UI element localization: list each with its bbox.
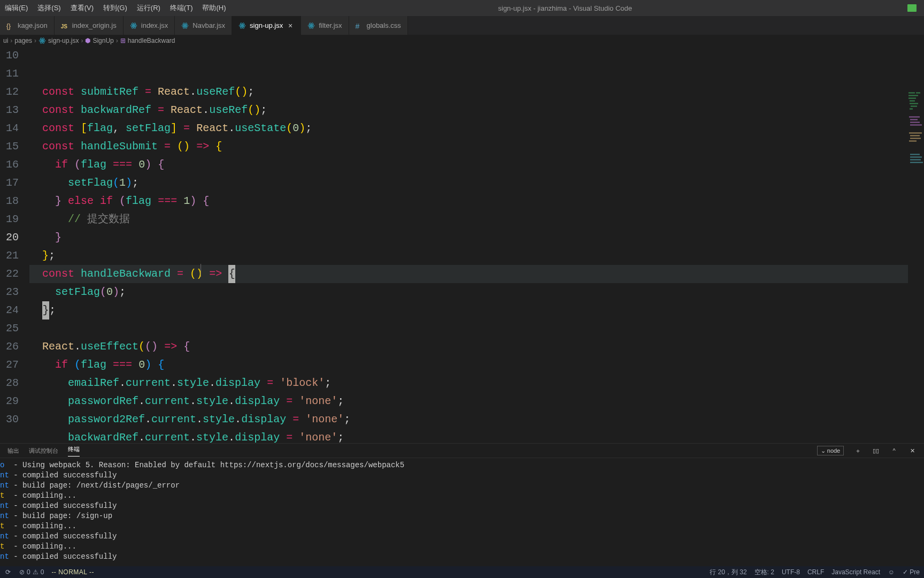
code-line[interactable]: emailRef.current.style.display = 'block'…: [29, 374, 924, 392]
breadcrumb-item[interactable]: SignUp: [93, 37, 113, 44]
code-token: useEffect: [81, 340, 138, 353]
code-line[interactable]: password2Ref.current.style.display = 'no…: [29, 410, 924, 429]
line-number: 19: [0, 210, 19, 229]
feedback-icon[interactable]: ☺: [888, 568, 895, 576]
code-line[interactable]: if (flag === 0) {: [29, 156, 924, 174]
breadcrumb[interactable]: ui›pages›sign-up.jsx›⬢SignUp›⊞handleBack…: [0, 35, 924, 47]
code-line[interactable]: };: [29, 301, 924, 320]
breadcrumb-item[interactable]: ui: [3, 37, 8, 44]
code-area[interactable]: const submitRef = React.useRef(); const …: [29, 47, 924, 443]
vim-mode: -- NORMAL --: [51, 568, 94, 576]
window-max-icon[interactable]: [899, 0, 924, 16]
prettier-indicator[interactable]: ✓ Pre: [903, 568, 920, 576]
svg-rect-21: [908, 93, 915, 94]
language-mode[interactable]: JavaScript React: [831, 568, 880, 576]
breadcrumb-item[interactable]: pages: [14, 37, 32, 44]
close-panel-icon[interactable]: ✕: [908, 446, 917, 455]
tab-index-jsx[interactable]: index.jsx: [124, 16, 175, 35]
code-token: =>: [164, 340, 177, 353]
menu-item[interactable]: 转到(G): [98, 4, 132, 12]
panel-tab-1[interactable]: 调试控制台: [29, 447, 58, 455]
code-token: [196, 195, 203, 207]
code-token: [151, 158, 158, 171]
code-token: if: [55, 158, 68, 171]
react-file-icon: [181, 22, 189, 29]
code-line[interactable]: const handleBackward = () => {: [29, 265, 924, 283]
code-line[interactable]: } else if (flag === 1) {: [29, 192, 924, 210]
code-token: current: [126, 377, 171, 389]
code-token: [106, 158, 113, 171]
code-token: =: [158, 104, 164, 116]
panel-tab-2[interactable]: 终端: [68, 445, 80, 457]
tab-globals-css[interactable]: globals.css: [349, 16, 408, 35]
menu-item[interactable]: 查看(V): [66, 4, 98, 12]
code-line[interactable]: setFlag(0);: [29, 283, 924, 301]
tab-label: filter.jsx: [319, 21, 342, 29]
code-line[interactable]: const [flag, setFlag] = React.useState(0…: [29, 119, 924, 138]
code-line[interactable]: }: [29, 229, 924, 247]
tab-navbar-jsx[interactable]: Navbar.jsx: [175, 16, 232, 35]
code-token: ,: [113, 122, 126, 134]
code-token: (: [248, 104, 254, 116]
code-token: flag: [81, 158, 106, 171]
tab-sign-up-jsx[interactable]: sign-up.jsx×: [232, 16, 301, 35]
code-line[interactable]: if (flag === 0) {: [29, 356, 924, 374]
code-token: =: [145, 86, 151, 98]
code-token: .: [228, 395, 235, 407]
code-token: .: [190, 395, 196, 407]
code-token: ;: [337, 431, 344, 443]
window-title: sign-up.jsx - jianzhima - Visual Studio …: [231, 4, 899, 12]
code-line[interactable]: React.useEffect(() => {: [29, 338, 924, 356]
maximize-panel-icon[interactable]: ^: [890, 446, 898, 455]
tab-filter-jsx[interactable]: filter.jsx: [301, 16, 349, 35]
code-line[interactable]: setFlag(1);: [29, 174, 924, 192]
tab-index-origin-js[interactable]: index_origin.js: [55, 16, 124, 35]
code-line[interactable]: const handleSubmit = () => {: [29, 138, 924, 156]
menu-item[interactable]: 终端(T): [165, 4, 198, 12]
code-token: [171, 140, 177, 153]
sync-icon[interactable]: ⟳: [4, 568, 12, 576]
code-line[interactable]: // 提交数据: [29, 210, 924, 229]
code-token: (: [74, 158, 81, 171]
menu-item[interactable]: 选择(S): [33, 4, 65, 12]
code-token: style: [196, 395, 228, 407]
code-line[interactable]: const submitRef = React.useRef();: [29, 83, 924, 101]
line-number: 10: [0, 47, 19, 65]
code-token: ;: [248, 86, 254, 98]
indent-indicator[interactable]: 空格: 2: [754, 568, 774, 577]
code-line[interactable]: backwardRef.current.style.display = 'non…: [29, 429, 924, 443]
editor[interactable]: 1011121314151617181920212223242526272829…: [0, 47, 924, 443]
breadcrumb-item[interactable]: handleBackward: [128, 37, 175, 44]
menu-item[interactable]: 运行(R): [132, 4, 165, 12]
menu-item[interactable]: 编辑(E): [0, 4, 33, 12]
breadcrumb-separator-icon: ›: [10, 37, 12, 44]
code-line[interactable]: };: [29, 247, 924, 265]
breadcrumb-item[interactable]: sign-up.jsx: [48, 37, 79, 44]
code-line[interactable]: passwordRef.current.style.display = 'non…: [29, 392, 924, 410]
encoding-indicator[interactable]: UTF-8: [782, 568, 800, 576]
problems-indicator[interactable]: ⊘0 ⚠0: [19, 568, 44, 576]
tab-kage-json[interactable]: kage.json: [0, 16, 55, 35]
terminal-line: nt - compiled successfully: [0, 552, 924, 562]
code-token: 0: [292, 122, 299, 134]
code-token: [190, 140, 196, 153]
minimap[interactable]: [908, 47, 924, 443]
code-line[interactable]: [29, 320, 924, 338]
terminal-line: nt - compiled successfully: [0, 470, 924, 481]
close-tab-icon[interactable]: ×: [287, 22, 294, 29]
panel-tab-0[interactable]: 输出: [7, 447, 19, 455]
eol-indicator[interactable]: CRLF: [807, 568, 824, 576]
terminal-body[interactable]: o - Using webpack 5. Reason: Enabled by …: [0, 458, 924, 566]
code-token: .: [119, 377, 126, 389]
svg-rect-30: [910, 119, 918, 120]
code-token: ===: [113, 359, 132, 371]
terminal-selector[interactable]: ⌄node: [817, 446, 844, 455]
code-token: (: [138, 340, 145, 353]
split-terminal-icon[interactable]: ▯▯: [872, 446, 880, 455]
code-token: handleBackward: [81, 268, 171, 280]
menu-item[interactable]: 帮助(H): [197, 4, 230, 12]
code-line[interactable]: const backwardRef = React.useRef();: [29, 101, 924, 119]
cursor-position[interactable]: 行 20，列 32: [710, 568, 746, 577]
new-terminal-icon[interactable]: ＋: [853, 446, 862, 455]
code-token: [158, 140, 164, 153]
